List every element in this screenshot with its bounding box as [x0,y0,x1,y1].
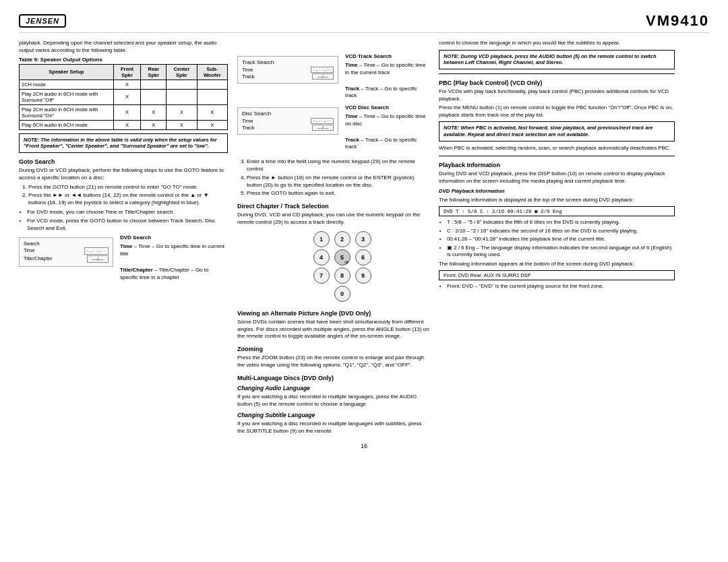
bottom-bar-bullets: Front: DVD – "DVD" is the current playin… [439,283,675,290]
list-item: For DVD mode, you can choose Time or Tit… [27,209,228,216]
cell-sub-3: X [197,120,228,129]
playback-info-text1: During DVD and VCD playback, press the D… [439,170,675,185]
subtitle-lang-label: Changing Subtitle Language [237,412,429,419]
logo-area: JENSEN [19,14,66,28]
header: JENSEN VM9410 [19,12,709,33]
th-speaker-setup: Speaker Setup [20,64,114,80]
cell-setup-2: Play 2CH audio in 6CH mode with Surround… [20,104,114,120]
pbc-heading: PBC (Play back Control) (VCD Only) [439,80,675,86]
viewing-alternate-text: Some DVDs contain scenes that have been … [237,319,429,340]
vcd-disc-label: VCD Disc Search [345,104,429,112]
disc-search-title: Disc Search [242,111,334,117]
key-2[interactable]: 2 [334,231,351,247]
dvd-info-text: The following information is displayed a… [439,197,675,204]
cell-center-1 [166,89,197,104]
track-time-label: Time [242,67,253,73]
th-front: Front Spkr [113,64,141,80]
cell-rear-2: X [141,104,166,120]
dvd-info-label: DVD Playback Information [439,188,675,195]
table-row: Play 6CH audio in 6CH mode X X X X [20,120,228,129]
search-title-chapter-value: ---/--- [87,255,109,263]
page-number: 16 [19,443,709,449]
note2: NOTE: During VCD playback, press the AUD… [439,50,675,70]
search-box-title-row: Search [24,241,109,247]
direct-chapter-text: During DVD, VCD and CD playback, you can… [237,212,429,226]
pbc-text3: When PBC is activated, selecting random,… [439,145,675,152]
search-title: Search [24,241,40,247]
cell-setup-1: Play 2CH audio in 6CH mode with Surround… [20,89,114,104]
track-track-value: ---/--- [312,73,334,80]
key-0[interactable]: 0 [334,286,351,302]
table-caption: Table 9: Speaker Output Options [19,57,228,63]
vcd-track-track: Track – Track – Go to specific track [345,86,429,100]
key-9[interactable]: 9 [355,268,371,284]
th-sub: Sub-Woofer [197,64,228,80]
track-track-label: Track [242,73,254,80]
vcd-disc-time: Time – Time – Go to specific time on dis… [345,113,429,128]
key-3[interactable]: 3 [355,231,371,247]
subtitle-lang-text: If you are watching a disc recorded in m… [237,420,429,435]
track-search-title: Track Search [242,59,334,65]
cell-rear-3: X [141,120,166,129]
dvd-search-title: Title/Chapter – Title/Chapter – Go to sp… [120,267,228,282]
disc-time-row: Time · - · · - · · [242,118,334,124]
table-row: Play 2CH audio in 6CH mode with Surround… [20,104,228,120]
dvd-search-label: DVD Search [120,235,228,242]
numeric-keypad: 1 2 3 4 5 ☞ 6 7 8 9 0 [313,231,374,302]
key-8[interactable]: 8 [334,268,351,284]
bottom-text: The following information appears at the… [439,261,675,268]
search-time-label: Time [24,247,34,255]
enter-steps: Enter a time into the field using the nu… [237,158,429,197]
zooming-heading: Zooming [237,346,429,352]
intro-text: playback. Depending upon the channel sel… [19,40,228,55]
pbc-text1: For VCDs with play back functionality, p… [439,88,675,102]
track-time-value: · - · · - · · [311,67,334,73]
sep2 [439,156,675,156]
list-item: ▣ 2 / 6 Eng – The language display infor… [447,245,675,259]
dvd-bar-bullets: T : 5/8 – "5 / 8" indicates the fifth of… [439,219,675,259]
cell-setup-0: 2CH mode [20,80,114,89]
search-title-chapter-label: Title/Chapter [24,255,53,263]
list-item: Press the ►► or ◄◄ buttons (14, 22) on t… [28,192,228,207]
th-center: Center Spkr [166,64,197,80]
direct-chapter-heading: Direct Chapter / Track Selection [237,203,429,210]
search-time-value: · - · · - · · [84,247,109,255]
viewing-alternate-heading: Viewing an Alternate Picture Angle (DVD … [237,310,429,317]
goto-search-intro: During DVD or VCD playback, perform the … [19,167,228,182]
list-item: C : 2/16 – "2 / 16" indicates the second… [447,228,675,235]
cell-sub-1 [197,89,228,104]
note2-text: NOTE: During VCD playback, press the AUD… [444,53,657,66]
pbc-text2: Press the MENU button (1) on remote cont… [439,104,675,119]
bottom-bar: Front: DVD Rear: AUX IN SURR1 DSP [439,270,675,280]
key-6[interactable]: 6 [355,249,371,266]
vcd-track-label: VCD Track Search [345,53,429,61]
cell-setup-3: Play 6CH audio in 6CH mode [20,120,114,129]
cell-sub-0 [197,80,228,89]
cell-sub-2: X [197,104,228,120]
playback-info-heading: Playback Information [439,162,675,168]
bottom-bar-content: Front: DVD Rear: AUX IN SURR1 DSP [444,272,531,278]
content: playback. Depending upon the channel sel… [19,40,709,437]
disc-time-value: · - · · - · · [311,118,334,124]
sep1 [439,73,675,74]
speaker-table: Table 9: Speaker Output Options Speaker … [19,57,228,130]
key-1[interactable]: 1 [313,231,330,247]
cell-front-0: X [113,80,141,89]
key-4[interactable]: 4 [313,249,330,266]
list-item: T : 5/8 – "5 / 8" indicates the fifth of… [447,219,675,226]
pbc-note: NOTE: When PBC is activated, fast forwar… [439,121,675,142]
disc-track-label: Track [242,125,254,131]
col-right: control to choose the language in which … [439,40,675,437]
audio-lang-label: Changing Audio Language [237,385,429,392]
list-item: Press the ► button (18) on the remote co… [247,175,429,189]
col-right-intro: control to choose the language in which … [439,40,675,47]
dvd-search-box: Search Time · - · · - · · Title/Chapter … [19,237,113,267]
zooming-text: Press the ZOOM button (23) on the remote… [237,354,429,369]
dvd-search-time: Time – Time – Go to specific time in cur… [120,243,228,258]
key-7[interactable]: 7 [313,268,330,284]
disc-search-box: Disc Search Time · - · · - · · Track ---… [237,107,338,135]
key-5[interactable]: 5 ☞ [334,249,351,266]
goto-search-subbullets: For DVD mode, you can choose Time or Tit… [19,209,228,232]
note1-text: NOTE: The information in the above table… [24,137,217,150]
disc-track-row: Track ---/--- [242,125,334,131]
